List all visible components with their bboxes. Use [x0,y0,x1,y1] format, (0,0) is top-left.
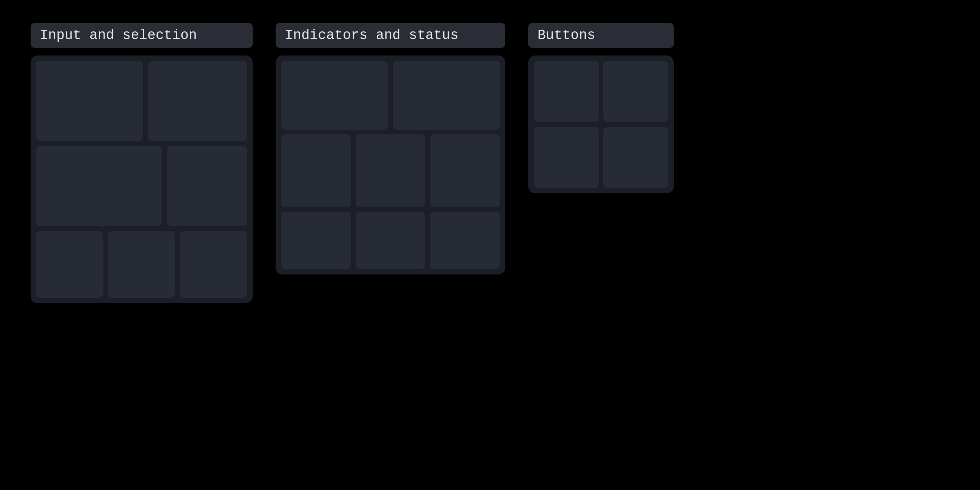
buttons-cell-b [603,61,668,122]
input-and-selection-label: Input and selection [31,23,253,48]
indicators-and-status-section: Indicators and status [276,23,505,467]
input-row-1 [36,61,247,141]
indicators-cell-d [356,134,426,207]
buttons-row-1 [534,61,668,122]
indicators-cell-a [281,61,388,130]
input-and-selection-card [31,56,253,303]
buttons-card [528,56,674,193]
input-row-3 [36,231,247,298]
indicators-row-3 [281,212,500,269]
indicators-and-status-card [276,56,505,274]
indicators-cell-c [281,134,351,207]
input-cell-a [36,61,143,141]
input-cell-c [36,146,162,226]
buttons-row-2 [534,127,668,188]
indicators-cell-g [356,212,426,269]
input-cell-b [148,61,247,141]
indicators-cell-e [430,134,500,207]
buttons-cell-c [534,127,599,188]
indicators-and-status-label: Indicators and status [276,23,505,48]
input-cell-f [108,231,175,298]
indicators-cell-f [281,212,351,269]
input-cell-e [36,231,103,298]
indicators-cell-b [393,61,500,130]
buttons-section: Buttons [528,23,674,467]
buttons-cell-d [603,127,668,188]
page-container: Input and selection Indicators and statu… [0,0,980,490]
input-row-2 [36,146,247,226]
buttons-cell-a [534,61,599,122]
indicators-row-1 [281,61,500,130]
input-and-selection-section: Input and selection [31,23,253,467]
buttons-label: Buttons [528,23,674,48]
input-cell-d [167,146,247,226]
indicators-cell-h [430,212,500,269]
input-cell-g [180,231,247,298]
indicators-row-2 [281,134,500,207]
